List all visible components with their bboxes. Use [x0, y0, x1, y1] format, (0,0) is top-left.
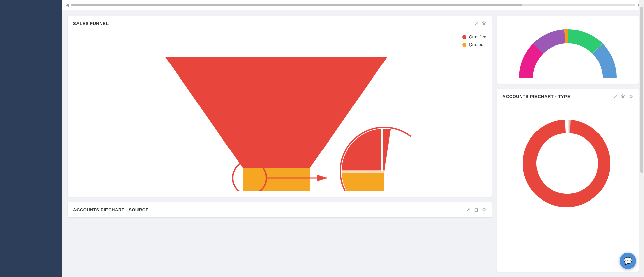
qualified-dot — [462, 35, 466, 39]
sales-funnel-card: SALES FUNNEL ⤢ 🗑 Qualified — [68, 16, 492, 197]
page-scrollbar[interactable] — [639, 0, 644, 277]
piechart-type-content — [497, 104, 639, 223]
main-content: ◀ ▶ SALES FUNNEL ⤢ 🗑 — [62, 0, 644, 277]
funnel-svg — [148, 47, 411, 191]
left-column: SALES FUNNEL ⤢ 🗑 Qualified — [68, 16, 492, 272]
piechart-type-svg — [511, 110, 625, 217]
horizontal-scrollbar: ◀ ▶ — [62, 0, 644, 10]
funnel-svg-container — [73, 47, 486, 191]
qualified-label: Qualified — [469, 34, 486, 39]
source-expand-icon[interactable]: ⤢ — [466, 207, 470, 212]
source-settings-icon[interactable]: ⚙ — [482, 207, 486, 212]
sales-funnel-header: SALES FUNNEL ⤢ 🗑 — [68, 16, 492, 31]
accounts-type-title: ACCOUNTS PIECHART - TYPE — [502, 94, 570, 99]
accounts-source-title: ACCOUNTS PIECHART - SOURCE — [73, 207, 149, 212]
accounts-source-card: ACCOUNTS PIECHART - SOURCE ⤢ 🗑 ⚙ — [68, 202, 492, 217]
donut-partial-card — [497, 16, 639, 84]
source-delete-icon[interactable]: 🗑 — [474, 207, 479, 212]
accounts-type-actions: ⤢ 🗑 ⚙ — [613, 94, 633, 99]
type-settings-icon[interactable]: ⚙ — [629, 94, 633, 99]
delete-icon[interactable]: 🗑 — [482, 21, 486, 26]
sales-funnel-content: Qualified Quoted — [68, 31, 492, 197]
svg-rect-4 — [340, 171, 384, 191]
accounts-source-actions: ⤢ 🗑 ⚙ — [466, 207, 486, 212]
type-delete-icon[interactable]: 🗑 — [621, 94, 625, 99]
accounts-source-header: ACCOUNTS PIECHART - SOURCE ⤢ 🗑 ⚙ — [68, 202, 492, 217]
svg-marker-2 — [340, 127, 391, 171]
scroll-track — [71, 4, 635, 6]
chat-button[interactable]: 💬 — [620, 253, 636, 269]
scroll-left-arrow[interactable]: ◀ — [66, 3, 69, 7]
expand-icon[interactable]: ⤢ — [474, 21, 478, 26]
zoom-content — [340, 127, 391, 191]
accounts-type-header: ACCOUNTS PIECHART - TYPE ⤢ 🗑 ⚙ — [497, 89, 639, 104]
svg-rect-5 — [340, 170, 384, 173]
funnel-legend: Qualified Quoted — [462, 34, 486, 47]
donut-partial-content — [497, 16, 639, 84]
sales-funnel-title: SALES FUNNEL — [73, 21, 109, 26]
scrollbar-thumb-vertical — [640, 7, 643, 173]
right-column: ACCOUNTS PIECHART - TYPE ⤢ 🗑 ⚙ — [497, 16, 639, 272]
type-expand-icon[interactable]: ⤢ — [613, 94, 617, 99]
quoted-dot — [462, 43, 466, 47]
panels-grid: SALES FUNNEL ⤢ 🗑 Qualified — [62, 10, 644, 277]
sales-funnel-actions: ⤢ 🗑 — [474, 21, 486, 26]
legend-item-qualified: Qualified — [462, 34, 486, 39]
type-donut-center — [538, 133, 598, 194]
accounts-type-card: ACCOUNTS PIECHART - TYPE ⤢ 🗑 ⚙ — [497, 89, 639, 272]
sidebar — [0, 0, 62, 277]
funnel-orange-rect — [243, 168, 310, 191]
svg-rect-3 — [381, 127, 383, 173]
scroll-thumb — [71, 4, 522, 6]
chat-icon: 💬 — [624, 257, 632, 265]
donut-top-svg — [507, 19, 628, 78]
